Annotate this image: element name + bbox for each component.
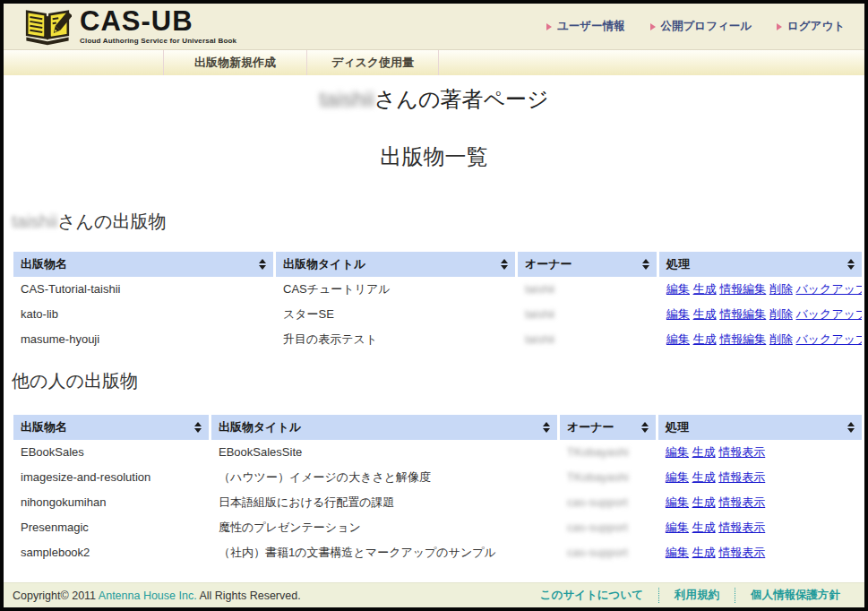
action-link-4[interactable]: 削除 [769, 282, 793, 296]
about-site-link[interactable]: このサイトについて [525, 588, 658, 603]
column-header[interactable]: 出版物タイトル [276, 252, 515, 277]
antenna-house-link[interactable]: Antenna House Inc. [99, 589, 197, 602]
publication-row: masume-hyouji升目の表示テストtaishii編集 生成 情報編集 削… [13, 327, 862, 352]
action-link-1[interactable]: 編集 [666, 546, 689, 559]
column-header[interactable]: オーナー [560, 415, 656, 440]
column-header-label: 処理 [666, 420, 689, 434]
action-link-4[interactable]: 削除 [769, 307, 793, 321]
publication-title-cell: CASチュートリアル [276, 277, 515, 302]
action-link-2[interactable]: 生成 [692, 445, 716, 459]
action-link-1[interactable]: 編集 [666, 470, 689, 484]
logo-tagline: Cloud Authoring Service for Universal Bo… [80, 37, 236, 45]
action-link-1[interactable]: 編集 [666, 495, 689, 509]
column-header-label: 出版物名 [21, 257, 67, 271]
publication-name-cell: imagesize-and-resolution [13, 465, 209, 490]
owner-name-blurred: cas-support [567, 495, 628, 509]
publication-row: CAS-Tutorial-taishiiCASチュートリアルtaishii編集 … [13, 277, 862, 302]
right-triangle-icon [650, 23, 656, 30]
action-link-3[interactable]: 情報表示 [718, 521, 765, 534]
section-username-blurred: taishii [12, 211, 57, 231]
others-publications-table: 出版物名出版物タイトルオーナー処理 EBookSalesEBookSalesSi… [11, 415, 864, 565]
tab-new-publication[interactable]: 出版物新規作成 [164, 50, 307, 75]
sort-icon [847, 422, 855, 433]
sort-icon [194, 422, 202, 433]
actions-cell: 編集 生成 情報編集 削除 バックアップ [659, 327, 862, 352]
column-header-label: オーナー [567, 420, 614, 434]
logout-label: ログアウト [787, 19, 845, 34]
cas-ub-page: CAS-UB Cloud Authoring Service for Unive… [0, 0, 868, 611]
tab-disk-usage[interactable]: ディスク使用量 [307, 50, 439, 75]
public-profile-label: 公開プロフィール [661, 19, 752, 34]
publication-title-cell: 升目の表示テスト [276, 327, 515, 352]
action-link-2[interactable]: 生成 [692, 495, 716, 509]
publication-name-cell: masume-hyouji [13, 327, 273, 352]
sort-icon [641, 422, 649, 433]
action-link-2[interactable]: 生成 [693, 307, 717, 321]
action-link-4[interactable]: 削除 [769, 332, 793, 346]
my-publications-suffix: さんの出版物 [57, 211, 166, 231]
author-username-blurred: taishii [319, 87, 374, 111]
sort-icon [543, 422, 550, 433]
column-header[interactable]: 処理 [659, 252, 862, 277]
action-link-3[interactable]: 情報編集 [719, 282, 766, 296]
publication-row: EBookSalesEBookSalesSiteTKobayashi編集 生成 … [13, 440, 862, 465]
privacy-policy-link[interactable]: 個人情報保護方針 [735, 588, 855, 603]
owner-name-blurred: TKobayashi [567, 445, 629, 459]
publication-name-cell: kato-lib [13, 302, 273, 327]
terms-link[interactable]: 利用規約 [658, 588, 735, 603]
owner-cell: cas-support [560, 540, 656, 565]
table-header-row: 出版物名出版物タイトルオーナー処理 [13, 252, 862, 277]
action-link-3[interactable]: 情報編集 [719, 307, 766, 321]
logo-title: CAS-UB [80, 8, 236, 35]
publication-list-heading: 出版物一覧 [4, 144, 864, 169]
action-link-2[interactable]: 生成 [692, 521, 716, 534]
action-link-2[interactable]: 生成 [693, 282, 717, 296]
action-link-2[interactable]: 生成 [692, 546, 716, 559]
publication-title-cell: （ハウツー）イメージの大きさと解像度 [211, 465, 557, 490]
cas-ub-logo[interactable]: CAS-UB Cloud Authoring Service for Unive… [23, 7, 236, 47]
action-link-5[interactable]: バックアップ [796, 282, 863, 296]
publication-name-cell: samplebook2 [13, 540, 209, 565]
logo-text: CAS-UB Cloud Authoring Service for Unive… [80, 8, 236, 45]
action-link-3[interactable]: 情報表示 [718, 546, 765, 559]
owner-cell: cas-support [560, 490, 656, 515]
publication-row: samplebook2（社内）書籍1の文書構造とマークアップのサンプルcas-s… [13, 540, 862, 565]
owner-cell: taishii [518, 302, 657, 327]
action-link-1[interactable]: 編集 [666, 445, 689, 459]
column-header[interactable]: 出版物名 [13, 252, 273, 277]
column-header[interactable]: 出版物タイトル [211, 415, 557, 440]
action-link-3[interactable]: 情報表示 [718, 445, 765, 459]
action-link-1[interactable]: 編集 [666, 307, 690, 321]
action-link-3[interactable]: 情報表示 [718, 470, 765, 484]
action-link-3[interactable]: 情報編集 [719, 332, 766, 346]
action-link-2[interactable]: 生成 [692, 470, 716, 484]
owner-cell: TKobayashi [560, 440, 656, 465]
action-link-5[interactable]: バックアップ [796, 307, 863, 321]
column-header[interactable]: オーナー [518, 252, 657, 277]
logout-link[interactable]: ログアウト [777, 19, 845, 34]
right-triangle-icon [777, 23, 782, 30]
column-header-label: 処理 [666, 257, 690, 271]
publication-name-cell: nihongokumihan [13, 490, 209, 515]
column-header[interactable]: 処理 [658, 415, 862, 440]
site-header: CAS-UB Cloud Authoring Service for Unive… [4, 4, 864, 50]
actions-cell: 編集 生成 情報表示 [658, 440, 862, 465]
column-header[interactable]: 出版物名 [13, 415, 209, 440]
action-link-1[interactable]: 編集 [666, 521, 689, 534]
publication-title-cell: 日本語組版における行配置の課題 [211, 490, 557, 515]
publication-title-cell: 魔性のプレゼンテーション [211, 515, 557, 540]
action-link-1[interactable]: 編集 [666, 282, 690, 296]
publication-row: kato-libスターSEtaishii編集 生成 情報編集 削除 バックアップ [13, 302, 862, 327]
action-link-2[interactable]: 生成 [693, 332, 717, 346]
nav-spacer [4, 50, 164, 75]
public-profile-link[interactable]: 公開プロフィール [650, 19, 752, 34]
action-link-3[interactable]: 情報表示 [718, 495, 765, 509]
action-link-1[interactable]: 編集 [666, 332, 690, 346]
my-publications-table: 出版物名出版物タイトルオーナー処理 CAS-Tutorial-taishiiCA… [11, 252, 864, 352]
user-info-link[interactable]: ユーザー情報 [546, 19, 625, 34]
table-header-row: 出版物名出版物タイトルオーナー処理 [13, 415, 862, 440]
column-header-label: 出版物タイトル [219, 420, 301, 434]
owner-name-blurred: taishii [525, 332, 554, 346]
book-pencil-icon [23, 7, 72, 47]
action-link-5[interactable]: バックアップ [796, 332, 863, 346]
